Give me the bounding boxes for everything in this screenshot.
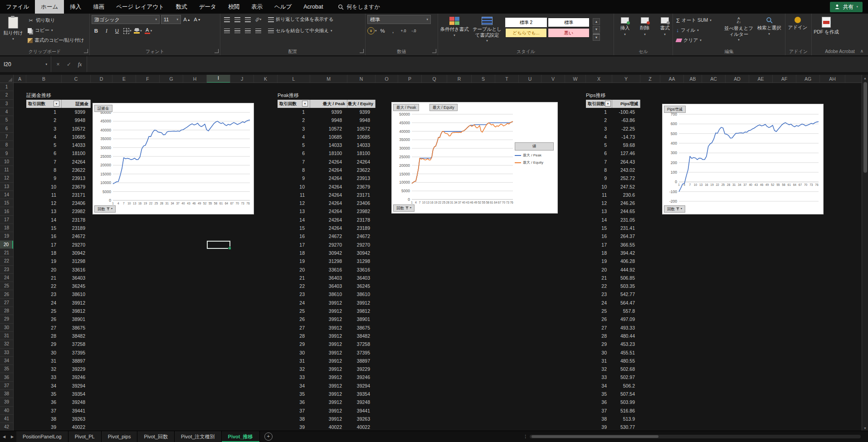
cell[interactable]: 29 (26, 340, 62, 348)
cell-style-chip[interactable]: 悪い (548, 28, 590, 38)
cell[interactable]: 564.47 (612, 299, 640, 307)
cell[interactable]: 39246 (347, 373, 375, 381)
cell[interactable]: 11 (586, 191, 612, 199)
row-header-39[interactable]: 39 (0, 398, 13, 406)
cell[interactable]: 27 (586, 324, 612, 332)
cell[interactable]: 5 (278, 141, 310, 149)
vertical-scrollbar-thumb[interactable] (863, 82, 867, 173)
row-header-5[interactable]: 5 (0, 116, 13, 124)
cell[interactable]: 8 (278, 166, 310, 174)
filter-icon[interactable]: ▼ (605, 101, 611, 107)
cell[interactable]: 36245 (347, 282, 375, 290)
scroll-down-icon[interactable]: ▼ (863, 425, 867, 431)
cell[interactable]: 23178 (347, 216, 375, 224)
column-header-AF[interactable]: AF (773, 75, 796, 83)
column-header-T[interactable]: T (495, 75, 519, 83)
column-header-C[interactable]: C (62, 75, 91, 83)
create-pdf-button[interactable]: PDF を作成 (814, 15, 839, 35)
cell[interactable]: 39912 (310, 398, 347, 406)
cell[interactable]: 5 (26, 141, 62, 149)
cell[interactable]: 31298 (62, 257, 91, 265)
cell[interactable]: 36 (586, 398, 612, 406)
row-header-23[interactable]: 23 (0, 266, 13, 274)
cell[interactable]: 14033 (62, 141, 91, 149)
ribbon-tab-ページ レイアウト[interactable]: ページ レイアウト (110, 0, 170, 14)
pivot-header-cell[interactable]: 証拠金 (62, 100, 91, 108)
cell[interactable]: 18100 (347, 149, 375, 157)
cell[interactable]: 542.77 (612, 290, 640, 298)
cell[interactable]: 9399 (62, 108, 91, 116)
cell[interactable]: 7 (26, 158, 62, 166)
row-header-2[interactable]: 2 (0, 91, 13, 99)
cell[interactable]: 39 (278, 423, 310, 431)
row-header-8[interactable]: 8 (0, 141, 13, 149)
cell-style-chip[interactable]: どちらでも... (505, 28, 547, 38)
cell[interactable]: 24264 (310, 224, 347, 232)
row-header-42[interactable]: 42 (0, 423, 13, 431)
gallery-more-button[interactable]: ▼ (593, 34, 600, 41)
cell[interactable]: -100.45 (612, 108, 640, 116)
cell[interactable]: 14033 (347, 141, 375, 149)
cell[interactable]: 557.8 (612, 307, 640, 315)
column-header-AB[interactable]: AB (684, 75, 702, 83)
cell[interactable]: 33 (278, 373, 310, 381)
cell[interactable]: 10572 (347, 125, 375, 133)
cell[interactable]: 33616 (62, 266, 91, 274)
cell[interactable]: 24 (26, 299, 62, 307)
cell[interactable]: 39912 (310, 382, 347, 390)
column-header-B[interactable]: B (26, 75, 62, 83)
cell[interactable]: 21 (278, 274, 310, 282)
row-header-35[interactable]: 35 (0, 365, 13, 373)
sheet-tab-Pivot_回数[interactable]: Pivot_回数 (137, 431, 175, 442)
cell[interactable]: 453.23 (612, 340, 640, 348)
tab-splitter[interactable]: ⁞ (525, 434, 526, 439)
sheet-tab-Pivot_PL[interactable]: Pivot_PL (68, 431, 102, 442)
column-header-AE[interactable]: AE (749, 75, 773, 83)
cell[interactable]: 39354 (347, 390, 375, 398)
cell[interactable]: 25 (26, 307, 62, 315)
cell[interactable]: 31298 (347, 257, 375, 265)
column-header-O[interactable]: O (375, 75, 398, 83)
cell[interactable]: 2 (586, 116, 612, 124)
cell[interactable]: 16 (586, 232, 612, 240)
decrease-indent-button[interactable] (254, 26, 263, 35)
row-header-18[interactable]: 18 (0, 224, 13, 232)
pivot-chart-3[interactable]: -200-10001002003004005006007001471013161… (662, 104, 824, 214)
cell[interactable]: 444.92 (612, 266, 640, 274)
cell[interactable]: 264.37 (612, 232, 640, 240)
cell[interactable]: 27 (278, 324, 310, 332)
cell[interactable]: 39912 (310, 365, 347, 373)
cell[interactable]: 1 (278, 108, 310, 116)
cell[interactable]: 39912 (310, 299, 347, 307)
ribbon-tab-データ[interactable]: データ (193, 0, 222, 14)
tell-me-search[interactable]: 何をしますか (338, 3, 380, 11)
comma-format-button[interactable]: , (389, 26, 398, 35)
chart-value-field-button[interactable]: 証拠金 (94, 105, 112, 112)
cell[interactable]: 33616 (347, 266, 375, 274)
cell[interactable]: 455.51 (612, 349, 640, 357)
cell[interactable]: 16 (26, 232, 62, 240)
find-select-button[interactable]: 検索と選択 ▾ (756, 15, 783, 36)
column-header-Y[interactable]: Y (612, 75, 640, 83)
cell[interactable]: 39912 (310, 340, 347, 348)
cell[interactable]: 38675 (62, 324, 91, 332)
cell[interactable]: 33616 (310, 266, 347, 274)
cell[interactable]: 18 (586, 249, 612, 257)
cell[interactable]: 15 (586, 224, 612, 232)
cell[interactable]: 24264 (310, 207, 347, 215)
row-header-22[interactable]: 22 (0, 257, 13, 265)
cell[interactable]: 264.43 (612, 158, 640, 166)
column-header-AH[interactable]: AH (820, 75, 845, 83)
cell[interactable]: 37395 (347, 349, 375, 357)
cell[interactable]: 127.46 (612, 149, 640, 157)
cell[interactable]: 8 (26, 166, 62, 174)
cell[interactable]: 23178 (62, 216, 91, 224)
increase-font-size-button[interactable]: A▲ (182, 15, 191, 24)
format-cells-button[interactable]: 書式 ▾ (656, 15, 674, 36)
cell[interactable]: 39912 (310, 332, 347, 340)
cell[interactable]: 252.72 (612, 174, 640, 182)
cell[interactable]: 38482 (347, 332, 375, 340)
cell[interactable]: 24264 (310, 191, 347, 199)
cell[interactable]: 10685 (62, 133, 91, 141)
row-header-40[interactable]: 40 (0, 407, 13, 415)
